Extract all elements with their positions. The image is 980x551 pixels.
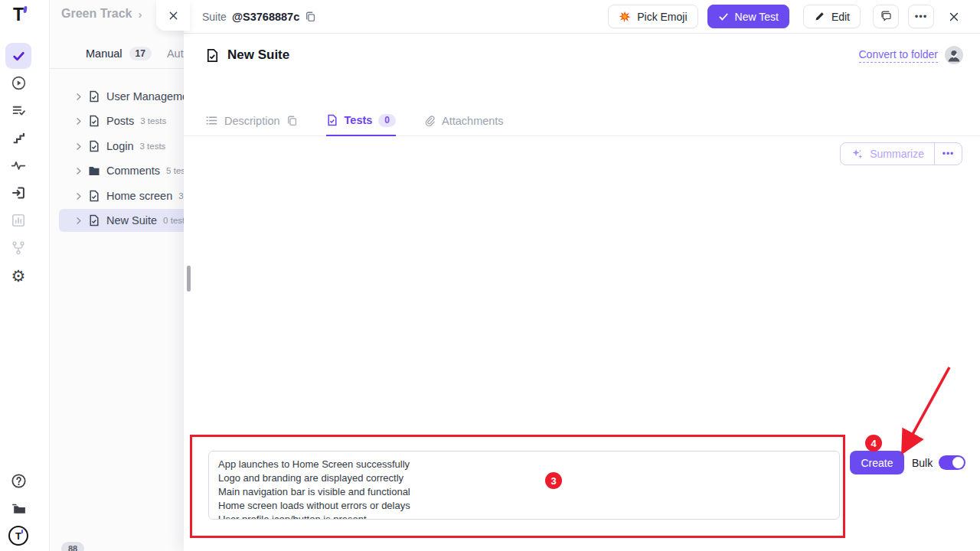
description-list-icon — [205, 114, 218, 127]
pick-emoji-label: Pick Emoji — [637, 11, 687, 23]
tree-row-new-suite[interactable]: New Suite 0 tests — [59, 209, 184, 232]
pencil-icon — [814, 11, 825, 22]
suite-detail-panel: Suite @S3768887c Pick Emoji New Test Edi… — [184, 0, 980, 551]
rail-item-runs[interactable] — [0, 73, 37, 92]
rail-item-tests[interactable] — [5, 43, 31, 69]
ellipsis-icon: ••• — [915, 11, 928, 22]
toggle-knob — [952, 457, 964, 468]
chevron-right-icon — [74, 116, 83, 126]
stairs-icon — [11, 131, 26, 145]
suite-doc-icon — [205, 48, 220, 63]
summarize-label: Summarize — [870, 148, 924, 160]
create-button[interactable]: Create — [850, 451, 904, 474]
rail-item-settings[interactable]: ⚙ — [0, 266, 37, 285]
edit-button[interactable]: Edit — [803, 5, 861, 28]
paperclip-icon — [423, 115, 436, 127]
more-actions-button[interactable]: ••• — [908, 5, 934, 28]
list-check-icon — [11, 103, 26, 118]
avatar[interactable] — [945, 46, 963, 64]
bulk-toggle[interactable] — [939, 455, 965, 470]
copy-icon[interactable] — [305, 11, 317, 23]
rail-item-import[interactable] — [0, 184, 37, 202]
new-test-button[interactable]: New Test — [707, 5, 789, 28]
close-icon — [948, 11, 960, 23]
bulk-tests-textarea[interactable]: App launches to Home Screen successfully… — [208, 451, 840, 520]
rail-item-help[interactable] — [0, 471, 37, 490]
new-test-label: New Test — [735, 11, 779, 23]
annotation-arrow — [896, 361, 960, 456]
tests-doc-icon — [326, 114, 338, 126]
comment-bubble-icon — [880, 10, 893, 23]
rail-item-analytics[interactable] — [0, 211, 37, 230]
tab-manual[interactable]: Manual — [86, 47, 122, 60]
annotation-step-3: 3 — [545, 472, 562, 489]
panel-close-button[interactable] — [156, 0, 190, 31]
chevron-right-icon — [74, 142, 83, 152]
ellipsis-icon: ••• — [942, 148, 955, 159]
tree-row-login[interactable]: Login 3 tests — [50, 135, 184, 158]
chevron-right-icon — [74, 191, 83, 201]
rail-item-branches[interactable] — [0, 239, 37, 257]
summarize-button[interactable]: Summarize — [841, 143, 934, 165]
tab-tests-label: Tests — [345, 114, 373, 126]
rail-item-pulse[interactable] — [0, 156, 37, 174]
edit-label: Edit — [831, 11, 850, 23]
folders-icon — [11, 500, 27, 517]
branch-icon — [11, 240, 26, 256]
tests-count-badge: 0 — [378, 114, 396, 127]
tree-row-posts[interactable]: Posts 3 tests — [50, 109, 184, 132]
convert-to-folder-link[interactable]: Convert to folder — [859, 48, 939, 63]
rail-item-account[interactable]: T — [0, 526, 37, 546]
annotation-step-4: 4 — [865, 435, 882, 452]
suite-doc-icon — [88, 115, 100, 127]
tree-row-home-screen[interactable]: Home screen 3 tests — [50, 184, 184, 207]
suite-doc-icon — [88, 90, 100, 103]
overlay-close-button[interactable] — [948, 11, 960, 23]
account-logo-icon: T — [8, 526, 28, 546]
suite-doc-icon — [88, 140, 100, 152]
activity-pulse-icon — [11, 158, 26, 173]
chevron-right-icon — [74, 92, 83, 102]
tree-tabs: Manual 17 Automated — [50, 38, 184, 69]
pick-emoji-button[interactable]: Pick Emoji — [608, 5, 697, 28]
app-rail: T ⚙ T — [0, 0, 50, 551]
play-circle-icon — [11, 75, 27, 91]
rail-item-plans[interactable] — [0, 101, 37, 119]
close-icon — [168, 10, 179, 21]
import-box-icon — [11, 185, 26, 201]
tab-description[interactable]: Description — [205, 107, 299, 135]
tree-row-user-management[interactable]: User Management — [50, 85, 184, 108]
summarize-button-group: Summarize ••• — [840, 142, 962, 165]
chevron-right-icon: › — [139, 8, 142, 21]
gear-icon: ⚙ — [11, 268, 26, 284]
rail-item-projects[interactable] — [0, 499, 37, 517]
comments-button[interactable] — [873, 5, 899, 28]
rail-item-milestones[interactable] — [0, 129, 37, 147]
tab-tests[interactable]: Tests 0 — [326, 107, 397, 136]
tree-bottom-badge: 88 — [61, 542, 84, 551]
tab-attachments[interactable]: Attachments — [423, 107, 504, 135]
project-name-label: Green Track — [61, 7, 132, 21]
page-title: New Suite — [227, 47, 289, 63]
tab-automated[interactable]: Automated — [167, 47, 184, 60]
manual-count-badge: 17 — [129, 47, 152, 60]
suite-tabs: Description Tests 0 Attachments — [184, 107, 980, 136]
tree-row-comments[interactable]: Comments 5 tests — [50, 159, 184, 182]
summarize-more-button[interactable]: ••• — [934, 143, 962, 165]
tab-attachments-label: Attachments — [442, 115, 504, 127]
tree-scrollbar-thumb[interactable] — [187, 266, 191, 292]
sparkles-icon — [851, 148, 864, 161]
help-icon — [11, 473, 27, 489]
copy-icon[interactable] — [286, 115, 299, 127]
breadcrumb[interactable]: Green Track › — [61, 7, 142, 21]
entity-type-label: Suite — [202, 11, 227, 23]
tab-description-label: Description — [224, 115, 280, 127]
chevron-right-icon — [74, 216, 83, 226]
bulk-toggle-label: Bulk — [912, 457, 933, 469]
suite-tree-panel: Green Track › Manual 17 Automated User M… — [50, 0, 184, 551]
suite-doc-icon — [88, 190, 100, 202]
folder-icon — [88, 165, 100, 177]
suite-topbar: Suite @S3768887c Pick Emoji New Test Edi… — [184, 0, 980, 34]
check-icon — [718, 11, 729, 22]
app-logo-icon[interactable]: T — [0, 5, 37, 26]
